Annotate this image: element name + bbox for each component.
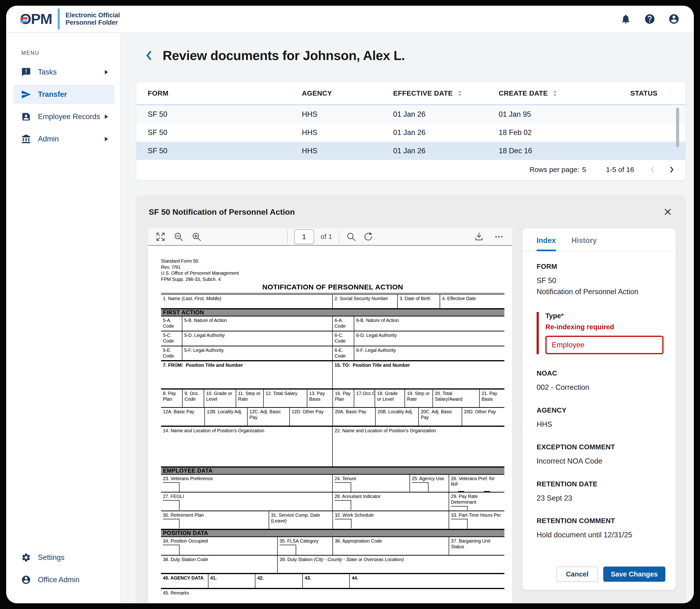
sf50-field-44: 44. [350,574,504,588]
sf50-field-8: 8. Pay Plan [161,389,183,407]
table-row[interactable]: SF 50 HHS 01 Jan 26 01 Jan 95 [136,105,685,123]
sf50-field-17: 17.Occ.Code [354,389,375,407]
main-content: Review documents for Johnson, Alex L. FO… [121,33,694,603]
sf50-field-40: 40. AGENCY DATA [161,574,209,588]
rows-per-page-value[interactable]: 5 [582,166,586,174]
sf50-field-41: 41. [209,574,255,588]
column-header-form: FORM [136,89,290,97]
cancel-button[interactable]: Cancel [557,567,598,582]
fullscreen-icon[interactable] [155,231,166,242]
sf50-field-42: 42. [255,574,303,588]
yes-checkbox[interactable] [458,491,464,492]
field-value: Notification of Personnel Action [537,286,663,297]
sf50-field-29: 29. Pay Rate Determinant [449,492,504,510]
sf50-field-27: 27. FEGLI [161,492,333,510]
sf50-entry-box [163,519,180,528]
sort-icon[interactable] [457,90,462,97]
account-icon[interactable] [668,13,680,25]
rotate-icon[interactable] [363,231,374,242]
sf50-field-30: 30. Retirement Plan [161,511,269,529]
type-reindex-section: Type* Re-indexing required [537,312,663,354]
opm-logo: OPM Electronic Official Personnel Folder [20,8,120,30]
sidebar-item-transfer[interactable]: Transfer [13,85,115,104]
document-viewer-panel: SF 50 Notification of Personnel Action [136,195,685,603]
sf50-field-6e: 6-E. Code [333,346,354,360]
sf50-entry-box [335,519,352,528]
previous-page-icon[interactable] [650,166,656,173]
zoom-in-icon[interactable] [191,231,202,242]
sf50-entry-box [335,500,351,510]
required-asterisk: * [561,312,564,319]
sf50-field-38: 38. Duty Station Code [161,556,278,573]
field-label: FORM [537,263,663,271]
sf50-field-19: 19. Step or Rate [405,389,433,407]
app-window: OPM Electronic Official Personnel Folder… [6,6,694,603]
next-page-icon[interactable] [669,166,675,173]
field-label: NOAC [537,369,663,377]
field-group-exception-comment: EXCEPTION COMMENT Incorrect NOA Code [537,443,663,467]
pagination-range: 1-5 of 16 [606,166,634,174]
notifications-bell-icon[interactable] [620,14,631,24]
table-pagination: Rows per page: 5 1-5 of 16 [136,159,685,180]
sf50-field-6d: 6-D. Legal Authority [354,331,504,346]
tab-index[interactable]: Index [537,236,556,251]
sf50-field-20d: 20D. Other Pay [462,408,504,425]
sf50-field-16: 16. Pay Plan [333,389,354,407]
sf50-field-33: 33. Part-Time Hours Per Biweekly Pay Per… [449,511,504,529]
cell-agency: HHS [290,146,382,155]
column-header-effective-date[interactable]: EFFECTIVE DATE [382,89,487,97]
type-input[interactable] [545,336,663,354]
search-icon[interactable] [346,231,356,242]
sidebar-item-admin[interactable]: Admin [13,129,115,149]
cell-agency: HHS [290,128,382,137]
employee-records-icon [21,112,31,122]
no-checkbox[interactable] [484,491,490,492]
help-icon[interactable] [644,13,656,25]
sidebar-item-tasks[interactable]: Tasks [13,63,115,82]
sf50-entry-box [412,482,429,491]
sf50-field-6f: 6-F. Legal Authority [354,346,504,360]
more-options-icon[interactable] [494,231,504,242]
page-number-input[interactable] [294,229,314,244]
download-icon[interactable] [474,231,484,242]
cell-create-date: 18 Feb 02 [487,128,619,137]
sf50-field-effective-date: 4. Effective Date [440,295,504,308]
toolbar-divider [287,230,287,244]
sidebar-item-employee-records[interactable]: Employee Records [13,107,115,126]
cell-create-date: 01 Jan 95 [487,110,619,119]
sidebar-item-office-admin[interactable]: Office Admin [13,570,115,590]
sf50-entry-box [451,519,468,529]
sort-icon[interactable] [553,90,557,97]
cell-form: SF 50 [136,146,290,155]
sf50-field-12b: 12B. Locality Adj. [205,408,248,425]
table-row-selected[interactable]: SF 50 HHS 01 Jan 26 18 Dec 16 [136,142,685,160]
sf50-field-18: 18. Grade or Level [375,389,405,407]
save-changes-button[interactable]: Save Changes [603,567,665,582]
table-scrollbar[interactable] [676,107,679,147]
index-panel-tabs: Index History [522,228,676,251]
zoom-out-icon[interactable] [173,231,184,242]
sf50-field-34: 34. Position Occupied 1 - Competitive Se… [161,537,278,555]
sf50-field-20a: 20A. Basic Pay [333,408,376,425]
sf50-field-5c: 5-C. Code [161,331,182,346]
documents-table: FORM AGENCY EFFECTIVE DATE CREATE DATE S… [136,82,685,180]
close-icon[interactable] [663,208,672,216]
sf50-field-12: 12. Total Salary [264,389,307,407]
sf50-field-37: 37. Bargaining Unit Status [449,537,504,555]
chevron-right-icon [105,137,108,141]
field-value: SF 50 [537,275,663,286]
table-row[interactable]: SF 50 HHS 01 Jan 26 18 Feb 02 [136,123,685,142]
cell-effective-date: 01 Jan 26 [382,128,487,137]
sf50-field-12a: 12A. Basic Pay [161,408,205,425]
back-button[interactable] [145,51,153,60]
column-header-create-date[interactable]: CREATE DATE [487,89,619,97]
admin-bank-icon [21,134,31,144]
sidebar-item-settings[interactable]: Settings [13,548,115,567]
sf50-field-5e: 5-E. Code [161,346,182,360]
cell-form: SF 50 [136,110,290,119]
sf50-field-5f: 5-F. Legal Authority [182,346,333,360]
tab-history[interactable]: History [572,236,597,251]
field-label: AGENCY [537,406,663,414]
sf50-field-name: 1. Name (Last, First, Middle) [161,295,333,308]
sf50-field-28: 28. Annuitant Indicator [333,492,449,510]
